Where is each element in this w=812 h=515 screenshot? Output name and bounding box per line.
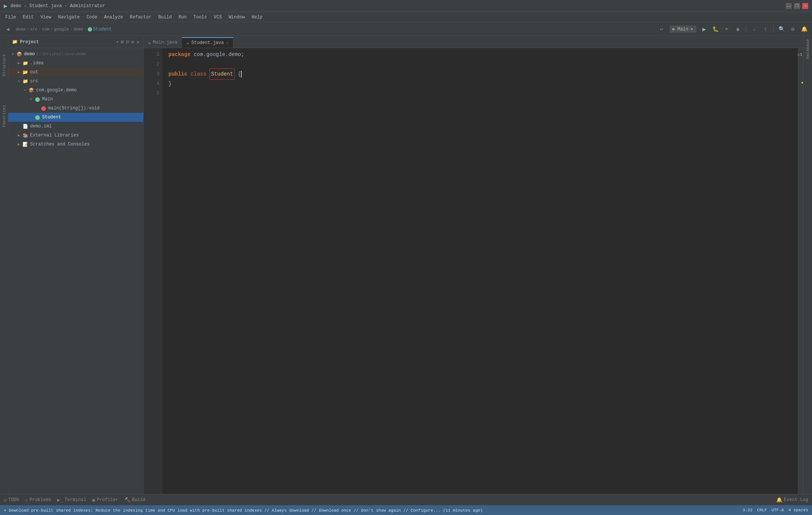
terminal-tool[interactable]: ▶_ Terminal <box>57 497 86 503</box>
title-bar-controls: — ❐ ✕ <box>786 3 808 9</box>
minimize-button[interactable]: — <box>786 3 792 9</box>
close-button[interactable]: ✕ <box>802 3 808 9</box>
search-everywhere-button[interactable]: 🔍 <box>777 24 786 34</box>
code-line-4: } <box>168 79 798 89</box>
tree-icon-scratches: 📝 <box>22 141 29 148</box>
warning-gutter-indicator: ⚠1 <box>798 48 803 60</box>
code-line-1: package com.google.demo; <box>168 50 798 59</box>
tree-item-student[interactable]: ⬤ Student <box>8 113 143 122</box>
tree-arrow-ext-libs: ▶ <box>16 132 22 138</box>
indent-size[interactable]: 4 spaces <box>788 508 808 512</box>
project-icon-collapse[interactable]: ⊟ <box>126 39 129 45</box>
event-log-tool[interactable]: 🔔 Event Log <box>776 497 808 503</box>
tree-item-src[interactable]: ▾ 📁 src <box>8 77 143 86</box>
tree-icon-main: ⬤ <box>34 96 41 103</box>
file-encoding[interactable]: UTF-8 <box>771 508 784 512</box>
left-sidebar-strip: Structure Favorites <box>0 36 8 494</box>
tree-icon-method: ⬤ <box>40 105 47 112</box>
tree-item-idea[interactable]: ▶ 📁 .idea <box>8 59 143 68</box>
tree-icon-iml: 📄 <box>22 123 29 130</box>
keyword-public: public <box>168 69 187 79</box>
tree-item-main-method[interactable]: ⬤ main(String[]):void <box>8 104 143 113</box>
tab-icon-student: ☕ <box>186 41 189 45</box>
tree-label-out: out <box>30 70 38 75</box>
favorites-panel-label[interactable]: Favorites <box>2 102 6 130</box>
project-icon-settings[interactable]: ⚙ <box>131 39 134 45</box>
code-content[interactable]: package com.google.demo; public class St… <box>162 48 798 494</box>
run-config-label: Main <box>677 27 688 32</box>
tree-item-iml[interactable]: 📄 demo.iml <box>8 122 143 131</box>
structure-panel-label[interactable]: Structure <box>2 51 6 79</box>
project-title-arrow[interactable]: ▾ <box>116 39 119 44</box>
status-bar-right: 3:22 CRLF UTF-8 4 spaces <box>742 508 808 512</box>
right-sidebar: Database <box>803 36 812 494</box>
tab-close-student[interactable]: ✕ <box>226 41 229 45</box>
menu-edit[interactable]: Edit <box>20 14 37 21</box>
menu-code[interactable]: Code <box>83 14 100 21</box>
tree-icon-demo: 📦 <box>16 51 23 58</box>
line-num-3: 3 <box>144 69 159 79</box>
todo-tool[interactable]: ☑ TODO <box>4 497 19 503</box>
tree-item-main[interactable]: ▾ ⬤ Main <box>8 95 143 104</box>
tab-main-java[interactable]: ☕ Main.java <box>144 37 182 48</box>
menu-help[interactable]: Help <box>248 14 265 21</box>
tree-path-demo: E:\Project\Java\demo <box>36 52 86 56</box>
coverage-button[interactable]: ☂ <box>722 24 732 34</box>
tree-item-out[interactable]: ▶ 📂 out <box>8 68 143 77</box>
toolbar-undo-button[interactable]: ↩ <box>657 24 667 34</box>
event-log-icon: 🔔 <box>776 497 782 503</box>
profile-button[interactable]: ◉ <box>733 24 743 34</box>
window-title: demo - Student.java - Administrator <box>11 3 105 9</box>
tree-label-ext-libs: External Libraries <box>30 133 79 138</box>
breadcrumb-student[interactable]: Student <box>93 27 112 32</box>
tab-label-student: Student.java <box>191 40 224 45</box>
menu-refactor[interactable]: Refactor <box>127 14 155 21</box>
tab-student-java[interactable]: ☕ Student.java ✕ <box>182 37 233 48</box>
project-icon-expand[interactable]: ⊞ <box>121 39 124 45</box>
git-update-button[interactable]: ↓ <box>749 24 759 34</box>
menu-file[interactable]: File <box>2 14 19 21</box>
profiler-tool[interactable]: ◉ Profiler <box>92 497 118 503</box>
tree-item-demo[interactable]: ▾ 📦 demo E:\Project\Java\demo <box>8 50 143 59</box>
debug-button[interactable]: 🐛 <box>710 24 720 34</box>
notifications-button[interactable]: 🔔 <box>799 24 809 34</box>
toolbar-back-button[interactable]: ◀ <box>3 24 13 34</box>
tree-label-scratches: Scratches and Consoles <box>30 142 89 147</box>
tree-label-main-method: main(String[]):void <box>48 106 100 111</box>
menu-vcs[interactable]: VCS <box>211 14 225 21</box>
git-push-button[interactable]: ↑ <box>760 24 770 34</box>
status-message: ⬇ Download pre-built shared indexes: Red… <box>4 508 742 513</box>
tree-arrow-student <box>28 114 34 120</box>
menu-run[interactable]: Run <box>176 14 190 21</box>
run-button[interactable]: ▶ <box>699 24 709 34</box>
settings-button[interactable]: ⚙ <box>788 24 798 34</box>
tabs-bar: ☕ Main.java ☕ Student.java ✕ <box>144 36 803 48</box>
tree-item-package[interactable]: ▾ 📦 com.google.demo <box>8 86 143 95</box>
event-log-label: Event Log <box>784 497 808 503</box>
maximize-button[interactable]: ❐ <box>794 3 800 9</box>
project-folder-icon: 📁 <box>12 39 18 45</box>
code-editor[interactable]: 1 2 3 4 5 package com.google.demo; publi… <box>144 48 803 494</box>
tree-item-scratches[interactable]: ▶ 📝 Scratches and Consoles <box>8 140 143 149</box>
profiler-label: Profiler <box>97 497 118 503</box>
project-icon-close[interactable]: ✕ <box>136 39 139 45</box>
menu-window[interactable]: Window <box>226 14 248 21</box>
build-tool[interactable]: 🔨 Build <box>124 497 145 503</box>
menu-view[interactable]: View <box>38 14 55 21</box>
database-panel-label[interactable]: Database <box>806 36 810 62</box>
scroll-gutter: ⚠1 <box>798 48 803 494</box>
warning-count: ⚠1 <box>797 52 802 57</box>
main-layout: Structure Favorites 📁 Project ▾ ⊞ ⊟ ⚙ ✕ … <box>0 36 812 494</box>
tree-icon-src: 📁 <box>22 78 29 85</box>
tree-item-external-libs[interactable]: ▶ 📚 External Libraries <box>8 131 143 140</box>
menu-build[interactable]: Build <box>155 14 175 21</box>
run-config-selector[interactable]: ▶ Main ▾ <box>670 26 696 33</box>
line-separator[interactable]: CRLF <box>757 508 767 512</box>
cursor-position[interactable]: 3:22 <box>742 508 752 512</box>
menu-tools[interactable]: Tools <box>191 14 210 21</box>
tree-arrow-scratches: ▶ <box>16 141 22 147</box>
menu-analyze[interactable]: Analyze <box>101 14 126 21</box>
menu-navigate[interactable]: Navigate <box>55 14 83 21</box>
problems-tool[interactable]: ⚠ Problems <box>25 497 51 503</box>
app-logo-icon: ▶ <box>4 2 8 10</box>
